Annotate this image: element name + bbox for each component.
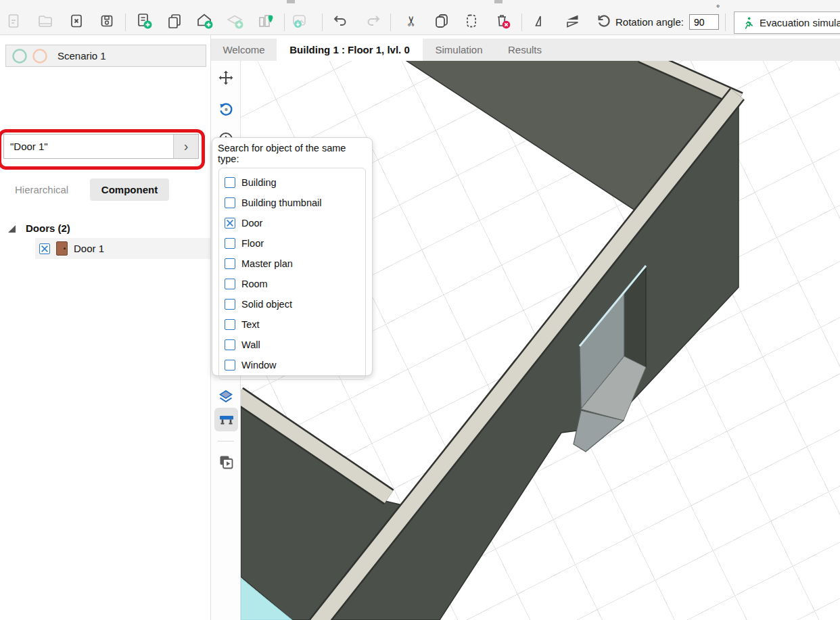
window-title-artifact bbox=[287, 0, 295, 3]
option-label: Floor bbox=[241, 238, 264, 249]
undo-icon bbox=[331, 12, 349, 30]
tab-welcome[interactable]: Welcome bbox=[211, 39, 277, 61]
open-folder-icon bbox=[37, 13, 53, 29]
mirror-horizontal-icon bbox=[534, 13, 550, 29]
evacuation-simulation-button[interactable]: Evacuation simula bbox=[734, 11, 840, 34]
option-window[interactable]: Window bbox=[219, 355, 365, 375]
duplicate-scenario-button[interactable] bbox=[163, 9, 186, 32]
new-document-button[interactable] bbox=[2, 9, 25, 32]
rotation-angle-label: Rotation angle: bbox=[615, 16, 684, 28]
scenario-circle-orange-icon bbox=[32, 48, 48, 64]
door-icon bbox=[56, 241, 68, 256]
option-master-plan[interactable]: Master plan bbox=[219, 254, 365, 274]
option-solid-object[interactable]: Solid object bbox=[219, 294, 365, 314]
rotate-view-tool-button[interactable] bbox=[216, 99, 236, 119]
undo-button[interactable] bbox=[329, 9, 352, 32]
copy-button[interactable] bbox=[430, 9, 453, 32]
add-floor-icon bbox=[226, 12, 243, 30]
save-button[interactable] bbox=[95, 9, 118, 32]
scenario-label: Scenario 1 bbox=[57, 50, 106, 62]
room-checkbox[interactable] bbox=[225, 279, 235, 289]
save-icon bbox=[99, 13, 115, 29]
rotation-angle-input[interactable] bbox=[689, 14, 719, 30]
mirror-vertical-button[interactable] bbox=[561, 9, 584, 32]
tab-building-floor[interactable]: Building 1 : Floor 1, lvl. 0 bbox=[277, 39, 423, 61]
search-input[interactable] bbox=[4, 135, 179, 158]
door1-label: Door 1 bbox=[74, 243, 104, 254]
building-checkbox[interactable] bbox=[225, 177, 235, 188]
option-text[interactable]: Text bbox=[219, 314, 365, 335]
text-checkbox[interactable] bbox=[225, 319, 235, 330]
close-file-icon bbox=[68, 13, 85, 29]
option-wall[interactable]: Wall bbox=[219, 335, 365, 355]
option-door[interactable]: Door bbox=[219, 213, 365, 233]
door-tool-button[interactable] bbox=[214, 408, 238, 431]
tab-simulation[interactable]: Simulation bbox=[423, 39, 495, 61]
window-checkbox[interactable] bbox=[225, 360, 235, 371]
rotate-left-icon bbox=[594, 12, 612, 30]
solid-object-checkbox[interactable] bbox=[225, 299, 235, 310]
option-label: Solid object bbox=[241, 299, 292, 310]
tree-expander-icon[interactable] bbox=[8, 225, 16, 233]
type-option-list: Building Building thumbnail Door Floor M… bbox=[218, 168, 366, 380]
paste-button[interactable] bbox=[460, 9, 483, 32]
option-label: Window bbox=[241, 360, 277, 371]
master-plan-checkbox[interactable] bbox=[225, 258, 235, 269]
toolbar-separator bbox=[725, 14, 726, 31]
degree-symbol: ° bbox=[716, 3, 720, 13]
scenario-sidebar: Scenario 1 › Hierarchical Component Door… bbox=[0, 35, 210, 620]
add-scenario-button[interactable] bbox=[133, 9, 156, 32]
redo-button[interactable] bbox=[362, 9, 385, 32]
chevron-right-icon: › bbox=[184, 139, 189, 154]
wall-checkbox[interactable] bbox=[225, 339, 235, 350]
option-label: Master plan bbox=[241, 258, 293, 269]
add-building-button[interactable] bbox=[193, 9, 216, 32]
cut-icon: ✂ bbox=[404, 16, 418, 27]
option-label: Wall bbox=[241, 339, 260, 350]
option-label: Building bbox=[241, 177, 277, 188]
close-file-button[interactable] bbox=[65, 9, 88, 32]
new-document-icon bbox=[5, 13, 22, 29]
search-same-type-popup: Search for object of the same type: Buil… bbox=[212, 137, 373, 376]
open-folder-button[interactable] bbox=[34, 9, 57, 32]
tree-item-door1[interactable]: Door 1 bbox=[35, 238, 210, 259]
tab-results[interactable]: Results bbox=[495, 39, 555, 61]
cut-button[interactable]: ✂ bbox=[400, 9, 423, 32]
option-label: Door bbox=[241, 218, 262, 229]
move-icon bbox=[218, 70, 234, 86]
floor-checkbox[interactable] bbox=[225, 238, 235, 249]
tab-hierarchical[interactable]: Hierarchical bbox=[15, 184, 68, 195]
search-submit-button[interactable]: › bbox=[173, 135, 198, 158]
tree-group-doors[interactable]: Doors (2) bbox=[26, 222, 70, 234]
door-checkbox[interactable] bbox=[225, 218, 235, 229]
application-window: ✂ Rotation angle: ° Evacuation simula bbox=[0, 0, 840, 620]
move-tool-button[interactable] bbox=[216, 68, 236, 88]
rotate-left-button[interactable] bbox=[592, 9, 615, 32]
option-building[interactable]: Building bbox=[219, 172, 365, 193]
delete-icon bbox=[494, 12, 511, 30]
option-label: Building thumbnail bbox=[241, 197, 322, 208]
tool-separator bbox=[218, 441, 234, 442]
layers-tool-button[interactable] bbox=[216, 387, 236, 407]
add-scenario-icon bbox=[135, 12, 153, 30]
toolbar-separator bbox=[125, 14, 126, 31]
presentation-icon bbox=[218, 454, 235, 471]
document-tab-bar: Welcome Building 1 : Floor 1, lvl. 0 Sim… bbox=[211, 39, 840, 61]
mirror-horizontal-button[interactable] bbox=[530, 9, 553, 32]
site-plan-button[interactable] bbox=[254, 9, 277, 32]
evacuation-button-label: Evacuation simula bbox=[760, 17, 840, 28]
door1-checkbox[interactable] bbox=[39, 243, 50, 254]
delete-button[interactable] bbox=[491, 9, 514, 32]
scenario-bar[interactable]: Scenario 1 bbox=[5, 45, 206, 67]
import-image-button[interactable] bbox=[288, 9, 311, 32]
option-room[interactable]: Room bbox=[219, 274, 365, 294]
presentation-tool-button[interactable] bbox=[216, 452, 236, 472]
rotate-view-icon bbox=[217, 100, 235, 118]
add-floor-button[interactable] bbox=[223, 9, 246, 32]
option-floor[interactable]: Floor bbox=[219, 233, 365, 254]
tab-component[interactable]: Component bbox=[90, 178, 169, 201]
building-thumbnail-checkbox[interactable] bbox=[225, 197, 235, 208]
main-toolbar: ✂ Rotation angle: ° Evacuation simula bbox=[0, 0, 840, 35]
option-building-thumbnail[interactable]: Building thumbnail bbox=[219, 193, 365, 213]
redo-icon bbox=[365, 12, 382, 30]
